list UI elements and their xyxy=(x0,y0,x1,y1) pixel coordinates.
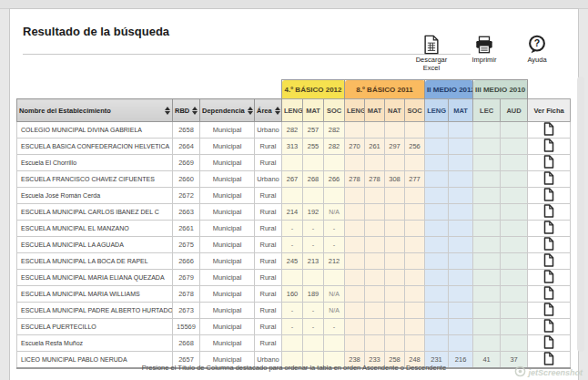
cell-rbd: 2664 xyxy=(173,139,200,155)
column-header-dependencia[interactable]: Dependencia xyxy=(200,99,255,122)
group-header-row: 4.º BÁSICO 20128.º BÁSICO 2011II MEDIO 2… xyxy=(17,80,571,99)
cell-score xyxy=(473,155,501,171)
scrollbar[interactable] xyxy=(577,77,584,352)
cell-score xyxy=(345,253,365,270)
ver-ficha-document-icon[interactable] xyxy=(543,253,554,267)
cell-nombre: Escuela El Chorrillo xyxy=(17,155,173,171)
cell-score xyxy=(385,237,405,253)
cell-score: 189 xyxy=(303,286,324,303)
cell-score xyxy=(282,335,303,352)
cell-rbd: 2669 xyxy=(173,155,200,171)
cell-score xyxy=(365,286,385,303)
cell-rbd: 2666 xyxy=(173,253,200,270)
column-header-leng-g1[interactable]: LENG xyxy=(282,99,303,122)
column-header-nat-g2[interactable]: NAT xyxy=(385,99,405,122)
cell-score xyxy=(501,139,528,155)
cell-dependencia: Municipal xyxy=(200,286,255,303)
cell-area: Rural xyxy=(255,204,282,221)
column-header--rea[interactable]: Área xyxy=(255,99,282,122)
watermark-text: jetScreenshot xyxy=(528,368,583,377)
column-header-aud-g4[interactable]: AUD xyxy=(501,99,528,122)
cell-score: 245 xyxy=(282,253,303,270)
cell-score xyxy=(425,139,449,155)
table-row: Escuela José Román Cerda2672MunicipalRur… xyxy=(17,188,571,204)
ver-ficha-document-icon[interactable] xyxy=(543,171,554,185)
cell-area: Rural xyxy=(255,155,282,171)
ver-ficha-document-icon[interactable] xyxy=(543,155,554,169)
ver-ficha-document-icon[interactable] xyxy=(543,139,554,152)
cell-area: Rural xyxy=(255,270,282,286)
cell-score: 278 xyxy=(365,171,385,188)
sort-icon[interactable] xyxy=(275,107,280,115)
cell-score xyxy=(473,237,501,253)
cell-nombre: ESCUELA MUNICIPAL LA BOCA DE RAPEL xyxy=(17,253,173,270)
cell-area: Rural xyxy=(255,221,282,237)
ver-ficha-document-icon[interactable] xyxy=(543,319,554,333)
cell-ver-ficha xyxy=(528,204,571,221)
cell-area: Rural xyxy=(255,237,282,253)
sort-icon[interactable] xyxy=(192,107,198,115)
print-button[interactable]: Imprimir xyxy=(463,35,505,72)
download-excel-button[interactable]: Descargar Excel xyxy=(411,35,452,72)
cell-score xyxy=(473,253,501,270)
column-header-mat-g1[interactable]: MAT xyxy=(303,99,324,122)
cell-score xyxy=(425,303,449,319)
cell-score: 266 xyxy=(324,171,345,188)
help-button[interactable]: ? Ayuda xyxy=(516,35,558,72)
cell-score xyxy=(449,221,473,237)
cell-nombre: ESCUELA MUNICIPAL MARIA ELIANA QUEZADA xyxy=(17,270,173,286)
cell-nombre: ESCUELA MUNICIPAL CARLOS IBANEZ DEL C xyxy=(17,204,173,221)
cell-ver-ficha xyxy=(528,286,571,303)
ver-ficha-document-icon[interactable] xyxy=(543,335,554,349)
cell-score: 261 xyxy=(365,139,385,155)
cell-dependencia: Municipal xyxy=(200,270,255,286)
column-header-soc-g1[interactable]: SOC xyxy=(324,99,345,122)
cell-score xyxy=(449,335,473,352)
cell-dependencia: Municipal xyxy=(200,204,255,221)
ver-ficha-document-icon[interactable] xyxy=(543,188,554,201)
cell-nombre: ESCUELA MUNICIPAL EL MANZANO xyxy=(17,221,173,237)
ver-ficha-document-icon[interactable] xyxy=(543,303,554,316)
cell-ver-ficha xyxy=(528,253,571,270)
table-row: ESCUELA MUNICIPAL LA AGUADA2675Municipal… xyxy=(17,237,571,253)
cell-score xyxy=(385,319,405,335)
cell-score xyxy=(449,253,473,270)
cell-score: - xyxy=(282,319,303,335)
ver-ficha-document-icon[interactable] xyxy=(543,122,554,136)
cell-dependencia: Municipal xyxy=(200,139,255,155)
ver-ficha-document-icon[interactable] xyxy=(543,204,554,218)
ver-ficha-document-icon[interactable] xyxy=(543,237,554,251)
cell-rbd: 2668 xyxy=(173,335,200,352)
cell-score xyxy=(385,122,405,139)
cell-score: - xyxy=(282,303,303,319)
cell-score xyxy=(345,286,365,303)
column-header-lec-g4[interactable]: LEC xyxy=(473,99,501,122)
column-header-mat-g3[interactable]: MAT xyxy=(449,99,473,122)
cell-score xyxy=(405,221,425,237)
cell-dependencia: Municipal xyxy=(200,335,255,352)
column-header-leng-g2[interactable]: LENG xyxy=(345,99,365,122)
cell-score xyxy=(385,204,405,221)
ver-ficha-document-icon[interactable] xyxy=(543,270,554,283)
cell-score: 160 xyxy=(282,286,303,303)
cell-score xyxy=(501,253,528,270)
ver-ficha-document-icon[interactable] xyxy=(543,286,554,300)
sort-icon[interactable] xyxy=(165,107,170,115)
cell-score xyxy=(449,155,473,171)
ver-ficha-document-icon[interactable] xyxy=(543,221,554,234)
cell-score: - xyxy=(303,303,324,319)
cell-score: 278 xyxy=(345,171,365,188)
table-row: ESCUELA MUNICIPAL PADRE ALBERTO HURTADO2… xyxy=(17,303,571,319)
results-panel: Resultado de la búsqueda Descargar Excel xyxy=(9,8,579,380)
column-header-nombre-del-establecimiento[interactable]: Nombre del Establecimiento xyxy=(17,99,173,122)
column-header-soc-g2[interactable]: SOC xyxy=(405,99,425,122)
sort-icon[interactable] xyxy=(248,107,253,115)
cell-score xyxy=(501,188,528,204)
column-header-mat-g2[interactable]: MAT xyxy=(365,99,385,122)
column-header-leng-g3[interactable]: LENG xyxy=(425,99,449,122)
table-row: ESCUELA BASICA CONFEDERACION HELVETICA26… xyxy=(17,139,571,155)
cell-score xyxy=(385,188,405,204)
cell-score: - xyxy=(303,319,324,335)
cell-ver-ficha xyxy=(528,319,571,335)
column-header-rbd[interactable]: RBD xyxy=(173,99,200,122)
